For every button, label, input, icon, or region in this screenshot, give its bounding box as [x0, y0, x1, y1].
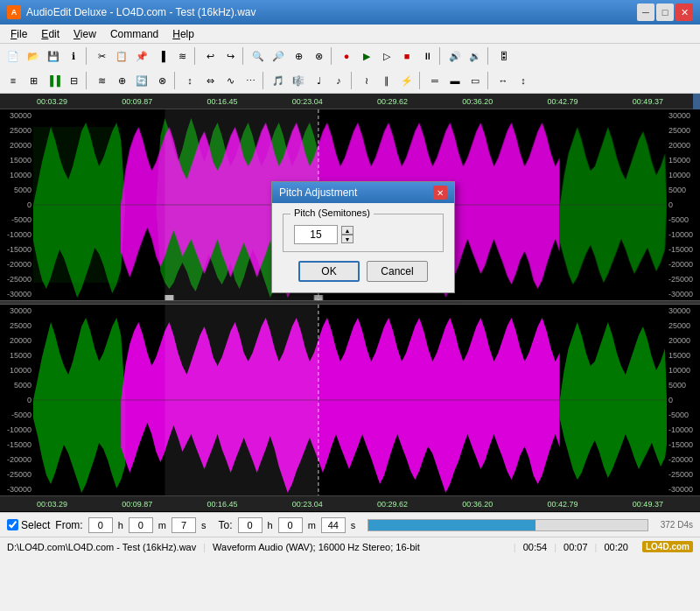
tb-copy[interactable]: 📋 [112, 46, 131, 66]
from-label: From: [55, 519, 82, 531]
pitch-adjustment-dialog: Pitch Adjustment ✕ Pitch (Semitones) ▲ ▼… [271, 181, 455, 293]
app-icon: A [7, 5, 21, 19]
menu-view[interactable]: View [66, 26, 103, 42]
from-hours[interactable] [88, 517, 113, 533]
select-checkbox[interactable] [7, 519, 18, 530]
spin-down-button[interactable]: ▼ [341, 235, 354, 243]
bit-depth-label: 372 D4s [661, 520, 693, 530]
select-label: Select [21, 519, 50, 531]
menu-bar: File Edit View Command Help [0, 25, 700, 44]
tb-cut[interactable]: ✂ [92, 46, 111, 66]
from-minutes[interactable] [129, 517, 153, 533]
tb2-4[interactable]: ⊟ [64, 71, 83, 90]
status-path: D:\LO4D.com\LO4D.com - Test (16kHz).wav [7, 542, 196, 552]
tb-zoom-sel[interactable]: ⊕ [289, 46, 308, 66]
menu-edit[interactable]: Edit [34, 26, 66, 42]
to-seconds[interactable] [321, 517, 346, 533]
sep-6 [487, 47, 491, 65]
select-checkbox-label[interactable]: Select [7, 519, 50, 531]
tb2-7[interactable]: 🔄 [132, 71, 151, 90]
tb2-5[interactable]: ≋ [92, 71, 111, 90]
close-button[interactable]: ✕ [676, 4, 693, 21]
tb2-24[interactable]: ↕ [514, 71, 533, 90]
spin-up-button[interactable]: ▲ [341, 226, 354, 235]
toolbar-row-1: 📄 📂 💾 ℹ ✂ 📋 📌 ▐ ≋ ↩ ↪ 🔍 🔎 ⊕ ⊗ ● ▶ ▷ ■ ⏸ … [0, 44, 700, 68]
sep-1 [86, 47, 89, 65]
minimize-button[interactable]: ─ [637, 4, 654, 21]
tb2-1[interactable]: ≡ [4, 71, 23, 90]
tb2-10[interactable]: ⇔ [200, 71, 220, 90]
tb2-23[interactable]: ↔ [494, 71, 513, 90]
menu-help[interactable]: Help [165, 26, 201, 42]
sep2-1 [86, 72, 89, 89]
tb2-14[interactable]: 🎼 [289, 71, 308, 90]
tb-record[interactable]: ● [337, 46, 356, 66]
to-minutes[interactable] [278, 517, 303, 533]
tb-fx[interactable]: 🎛 [494, 46, 513, 66]
pitch-value-input[interactable] [294, 225, 338, 244]
tb-trim[interactable]: ▐ [152, 46, 172, 66]
tb2-9[interactable]: ↕ [180, 71, 200, 90]
tb2-20[interactable]: ═ [425, 71, 444, 90]
tb-redo[interactable]: ↪ [220, 46, 240, 66]
tb-play[interactable]: ▶ [357, 46, 376, 66]
tb-stop[interactable]: ■ [397, 46, 416, 66]
tb2-6[interactable]: ⊕ [112, 71, 131, 90]
tb2-21[interactable]: ▬ [445, 71, 465, 90]
tb2-2[interactable]: ⊞ [24, 71, 43, 90]
tb2-16[interactable]: ♪ [329, 71, 348, 90]
menu-command[interactable]: Command [103, 26, 165, 42]
tb2-17[interactable]: ≀ [357, 71, 376, 90]
from-h-label: h [118, 520, 123, 530]
tb2-15[interactable]: ♩ [309, 71, 328, 90]
tb-save[interactable]: 💾 [44, 46, 63, 66]
status-time2: 00:07 [564, 542, 588, 552]
tb2-3[interactable]: ▐▐ [44, 71, 63, 90]
tb2-8[interactable]: ⊗ [152, 71, 172, 90]
toolbar-container: 📄 📂 💾 ℹ ✂ 📋 📌 ▐ ≋ ↩ ↪ 🔍 🔎 ⊕ ⊗ ● ▶ ▷ ■ ⏸ … [0, 44, 700, 94]
tb2-13[interactable]: 🎵 [269, 71, 288, 90]
dialog-overlay: Pitch Adjustment ✕ Pitch (Semitones) ▲ ▼… [0, 94, 700, 512]
status-time1: 00:54 [523, 542, 548, 552]
dialog-buttons: OK Cancel [283, 261, 444, 282]
to-hours[interactable] [238, 517, 262, 533]
tb-zoom-in[interactable]: 🔍 [248, 46, 268, 66]
tb-paste[interactable]: 📌 [132, 46, 151, 66]
pitch-group: Pitch (Semitones) ▲ ▼ [283, 214, 444, 252]
to-h-label: h [268, 520, 273, 530]
tb2-19[interactable]: ⚡ [397, 71, 416, 90]
tb-vol-down[interactable]: 🔉 [466, 46, 485, 66]
ok-button[interactable]: OK [298, 261, 360, 282]
tb-mix[interactable]: ≋ [172, 46, 192, 66]
tb-pause[interactable]: ⏸ [417, 46, 437, 66]
maximize-button[interactable]: □ [656, 4, 674, 21]
tb2-18[interactable]: ∥ [377, 71, 396, 90]
sep2-5 [419, 72, 423, 89]
dialog-close-button[interactable]: ✕ [433, 186, 447, 200]
tb-new[interactable]: 📄 [4, 46, 23, 66]
tb-undo[interactable]: ↩ [200, 46, 220, 66]
dialog-body: Pitch (Semitones) ▲ ▼ OK Cancel [272, 203, 454, 292]
tb-zoom-all[interactable]: ⊗ [309, 46, 328, 66]
sep2-2 [174, 72, 178, 89]
from-s-label: s [201, 520, 206, 530]
tb-zoom-out[interactable]: 🔎 [269, 46, 288, 66]
status-sep-1: | [203, 542, 206, 552]
tb-vol-up[interactable]: 🔊 [445, 46, 465, 66]
tb-open[interactable]: 📂 [24, 46, 43, 66]
cancel-button[interactable]: Cancel [367, 261, 428, 282]
from-seconds[interactable] [172, 517, 196, 533]
tb2-22[interactable]: ▭ [466, 71, 485, 90]
dialog-titlebar[interactable]: Pitch Adjustment ✕ [272, 182, 454, 203]
from-m-label: m [158, 520, 166, 530]
tb2-11[interactable]: ∿ [220, 71, 240, 90]
spin-buttons: ▲ ▼ [341, 226, 354, 243]
title-bar: A AudioEdit Deluxe - LO4D.com - Test (16… [0, 0, 700, 25]
to-m-label: m [308, 520, 316, 530]
toolbar-row-2: ≡ ⊞ ▐▐ ⊟ ≋ ⊕ 🔄 ⊗ ↕ ⇔ ∿ ⋯ 🎵 🎼 ♩ ♪ ≀ ∥ ⚡ ═… [0, 68, 700, 93]
menu-file[interactable]: File [4, 26, 34, 42]
tb2-12[interactable]: ⋯ [241, 71, 260, 90]
tb-play-sel[interactable]: ▷ [377, 46, 396, 66]
tb-info[interactable]: ℹ [64, 46, 83, 66]
sep2-6 [487, 72, 491, 89]
